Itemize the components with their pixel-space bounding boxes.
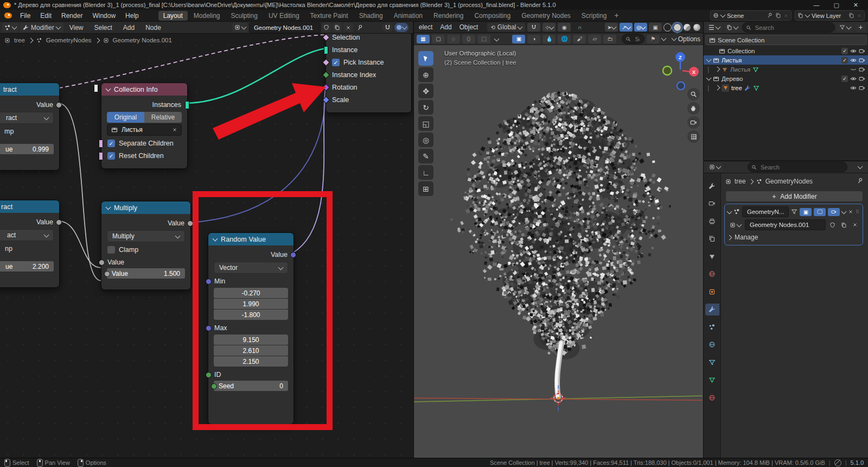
pin-icon[interactable] [767, 12, 773, 18]
workspace-tab-uv-editing[interactable]: UV Editing [264, 11, 304, 21]
display-realtime-toggle[interactable]: 🖵 [814, 208, 826, 216]
copy-icon[interactable] [775, 12, 781, 18]
proportional-editing-icon[interactable]: ◉ [558, 23, 571, 31]
viewport-canvas[interactable] [414, 45, 703, 458]
tab-view-layer[interactable] [705, 233, 719, 245]
eye-icon[interactable] [850, 85, 857, 91]
tool-rotate[interactable]: ↻ [418, 100, 433, 115]
operation-dropdown[interactable]: ract [0, 112, 54, 124]
copy-icon[interactable] [848, 12, 854, 18]
socket-selection[interactable] [322, 34, 330, 41]
add-modifier-button[interactable]: Add Modifier [725, 191, 863, 202]
exclude-checkbox[interactable]: ✓ [841, 57, 848, 64]
min-x-field[interactable]: -0.270 [214, 288, 288, 298]
add-workspace-icon[interactable] [614, 12, 620, 18]
reset-children-row[interactable]: ✓ Reset Children [101, 149, 187, 162]
node-instance-on-points-partial[interactable]: Selection Instance ✓ Pick Instance Insta… [326, 26, 412, 113]
shading-solid-button[interactable] [673, 23, 681, 31]
tool-move[interactable]: ✥ [418, 84, 433, 98]
menu-window[interactable]: Window [87, 12, 120, 20]
pick-instance-row[interactable]: ✓ Pick Instance [326, 56, 411, 68]
menu-help[interactable]: Help [120, 12, 144, 20]
menu-render[interactable]: Render [56, 12, 87, 20]
texture-icon[interactable]: 🗀 [603, 35, 616, 43]
original-button[interactable]: Original [107, 112, 144, 123]
properties-editor[interactable]: tree GeometryNodes Add Modifier ▣ 🖵 [703, 161, 868, 458]
tab-material[interactable] [705, 392, 719, 403]
socket-collection-input[interactable] [94, 84, 98, 92]
tool-measure[interactable]: ∟ [418, 165, 433, 180]
node-math-subtract-bottom[interactable]: ract Value act np ue 2.200 [0, 200, 60, 288]
blender-menu-icon[interactable] [4, 12, 12, 18]
tool-transform[interactable]: ◎ [418, 132, 433, 147]
node-group-type-icon[interactable] [727, 220, 743, 230]
socket-rotation[interactable] [322, 84, 330, 91]
tab-constraints[interactable] [705, 356, 719, 368]
menu-add[interactable]: Add [437, 23, 454, 31]
new-collection-icon[interactable] [855, 23, 866, 32]
menu-node[interactable]: Node [141, 24, 166, 31]
breadcrumb-modifier[interactable]: GeometryNodes [46, 37, 92, 43]
socket-pick-instance[interactable] [322, 59, 330, 66]
socket-instance[interactable] [324, 46, 328, 54]
brush-icon[interactable]: 🖌 [573, 35, 586, 43]
tab-world[interactable] [705, 268, 719, 280]
camera-icon[interactable] [859, 57, 865, 64]
value-field[interactable]: ue 2.200 [0, 261, 54, 272]
tab-scene[interactable] [705, 250, 719, 262]
viewport-shading-mode-4[interactable]: 🌐 [558, 35, 571, 43]
outliner[interactable]: ☰ Scene Collection Collection ✓ [703, 22, 868, 160]
editor-type-dropdown[interactable] [707, 163, 723, 172]
pan-hand-icon[interactable] [687, 102, 700, 115]
menu-select[interactable]: Select [89, 24, 117, 31]
manage-panel-header[interactable]: Manage [727, 232, 860, 243]
tool-cursor[interactable]: ⊕ [418, 67, 433, 82]
properties-search[interactable] [748, 162, 847, 172]
viewport-search[interactable] [622, 34, 644, 44]
socket-instance-index[interactable] [322, 71, 330, 79]
data-type-dropdown[interactable]: Vector [214, 262, 288, 274]
snapping-icon[interactable] [382, 23, 393, 32]
properties-search-input[interactable] [760, 163, 844, 171]
socket-separate-children[interactable] [99, 140, 103, 148]
workspace-tab-shading[interactable]: Shading [354, 11, 388, 21]
shading-rendered-button[interactable] [693, 23, 701, 31]
workspace-tab-scripting[interactable]: Scripting [577, 11, 612, 21]
outliner-search-input[interactable] [754, 24, 831, 31]
outliner-row-scene-collection[interactable]: Scene Collection [705, 35, 867, 45]
workspace-tab-rendering[interactable]: Rendering [429, 11, 468, 21]
clear-collection-icon[interactable] [172, 127, 177, 132]
exclude-checkbox[interactable]: ✓ [841, 48, 848, 54]
snap-with-dropdown[interactable]: ⊹ [542, 23, 556, 31]
pin-icon[interactable] [857, 178, 864, 184]
checkbox-checked[interactable]: ✓ [107, 140, 115, 147]
display-render-toggle[interactable] [828, 208, 840, 216]
socket-instances-output[interactable] [185, 101, 189, 109]
tab-object[interactable] [705, 286, 719, 298]
workspace-tab-geometry-nodes[interactable]: Geometry Nodes [516, 11, 576, 21]
max-y-field[interactable]: 2.610 [214, 345, 288, 356]
expand-icon[interactable] [715, 85, 720, 91]
drag-handle[interactable]: ⠿ [856, 209, 860, 214]
camera-icon[interactable] [859, 75, 865, 82]
outliner-row-collection[interactable]: Collection ✓ [704, 46, 868, 55]
checkbox-checked[interactable]: ✓ [107, 152, 115, 160]
outliner-row-leaves-object[interactable]: ∣ Листья [704, 65, 868, 74]
socket-value-output[interactable] [56, 219, 62, 225]
pin-icon[interactable] [357, 24, 363, 31]
eye-icon[interactable] [850, 75, 857, 82]
eye-icon[interactable] [850, 57, 857, 64]
maximize-button[interactable]: ▢ [833, 2, 839, 9]
gizmos-toggle[interactable]: ↗ [620, 23, 633, 31]
tab-particles[interactable] [705, 321, 719, 333]
min-z-field[interactable]: -1.800 [214, 310, 288, 320]
transform-orientation-dropdown[interactable]: ⟲Global [487, 23, 525, 31]
viewport-shading-mode-2[interactable]: ◑ [527, 35, 540, 43]
viewport-search-input[interactable] [634, 35, 640, 43]
geometry-nodes-type-dropdown[interactable]: Modifier [20, 23, 63, 32]
camera-view-icon[interactable] [687, 116, 700, 129]
copy-node-tree-button[interactable] [333, 23, 342, 32]
menu-file[interactable]: File [15, 12, 35, 20]
socket-value-output[interactable] [187, 220, 193, 226]
node-math-subtract-top[interactable]: tract Value ract mp ue 0.999 [0, 83, 60, 171]
